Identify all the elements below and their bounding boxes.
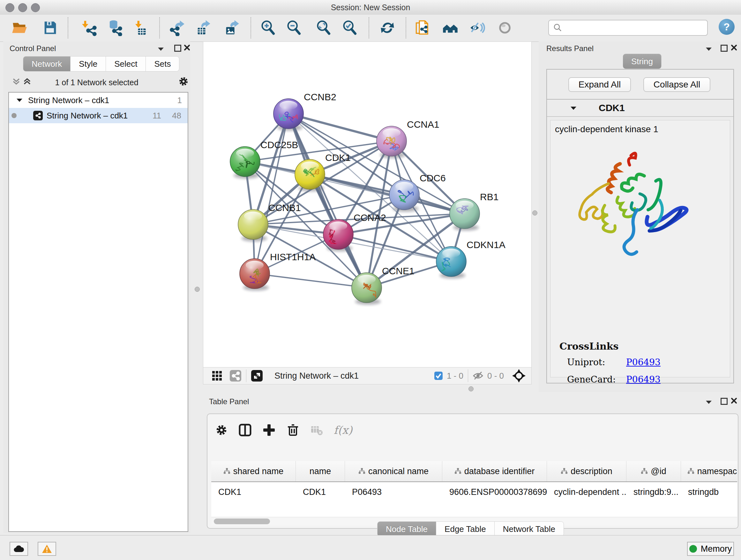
open-session-icon[interactable] bbox=[10, 19, 28, 37]
expand-all-button[interactable]: Expand All bbox=[568, 77, 631, 92]
column-header-database-identifier[interactable]: database identifier bbox=[442, 461, 547, 482]
tab-network[interactable]: Network bbox=[23, 56, 71, 71]
network-node-cdk1[interactable] bbox=[295, 159, 325, 189]
tab-sets[interactable]: Sets bbox=[146, 56, 179, 71]
column-header-canonical-name[interactable]: canonical name bbox=[345, 461, 442, 482]
panel-menu-icon[interactable] bbox=[705, 47, 712, 51]
table-cell[interactable]: CDK1 bbox=[296, 482, 345, 502]
close-panel-icon[interactable] bbox=[184, 44, 190, 51]
network-node-ccna2[interactable] bbox=[323, 219, 353, 249]
vertical-splitter-handle[interactable] bbox=[195, 287, 200, 292]
float-panel-icon[interactable] bbox=[721, 398, 728, 405]
results-panel: Results Panel String Expand All Collapse… bbox=[539, 42, 741, 396]
tab-network-table[interactable]: Network Table bbox=[495, 521, 564, 537]
copy-network-icon[interactable] bbox=[414, 19, 432, 37]
network-node-hist1h1a[interactable] bbox=[240, 259, 270, 289]
hide-unhide-icon[interactable] bbox=[468, 19, 486, 37]
entry-collapse-icon[interactable] bbox=[570, 106, 577, 110]
column-header-namespac[interactable]: namespac bbox=[681, 461, 737, 482]
table-cell[interactable]: P06493 bbox=[345, 482, 442, 502]
column-header-@id[interactable]: @id bbox=[626, 461, 681, 482]
network-node-rb1[interactable] bbox=[450, 199, 480, 229]
network-canvas[interactable]: CCNB2CCNA1CDC25BCDK1CDC6RB1CCNB1CCNA2CDK… bbox=[203, 42, 532, 368]
tab-string[interactable]: String bbox=[623, 54, 662, 69]
warning-button[interactable] bbox=[38, 542, 56, 556]
crosslink-value[interactable]: P06493 bbox=[626, 357, 661, 368]
eye-sphere-icon[interactable] bbox=[496, 19, 514, 37]
selected-checkbox-icon[interactable] bbox=[434, 371, 443, 380]
export-table-icon[interactable] bbox=[194, 19, 212, 37]
network-node-ccne1[interactable] bbox=[352, 273, 382, 303]
show-columns-icon[interactable] bbox=[236, 421, 254, 439]
network-node-cdc6[interactable] bbox=[389, 180, 419, 210]
table-cell[interactable]: stringdb bbox=[681, 482, 737, 502]
table-cell[interactable]: 9606.ENSP00000378699 bbox=[442, 482, 547, 502]
memory-button[interactable]: Memory bbox=[687, 542, 734, 556]
home-icon[interactable] bbox=[441, 19, 459, 37]
column-label: shared name bbox=[233, 466, 284, 476]
birdseye-navigator-icon[interactable] bbox=[512, 369, 526, 382]
network-node-ccnb1[interactable] bbox=[238, 209, 268, 240]
network-node-count: 11 bbox=[152, 111, 161, 121]
network-row[interactable]: String Network – cdk1 11 48 bbox=[9, 108, 188, 123]
column-label: @id bbox=[651, 466, 666, 476]
table-gear-icon[interactable] bbox=[212, 421, 230, 439]
entry-header[interactable]: CDK1 bbox=[547, 100, 733, 117]
tab-select[interactable]: Select bbox=[106, 56, 146, 71]
refresh-icon[interactable] bbox=[379, 19, 396, 37]
vertical-splitter-handle-right[interactable] bbox=[532, 210, 537, 215]
panel-menu-icon[interactable] bbox=[157, 47, 164, 51]
import-table-icon[interactable] bbox=[131, 19, 148, 37]
network-node-ccnb2[interactable] bbox=[273, 99, 304, 129]
tree-expand-icon[interactable] bbox=[17, 98, 22, 102]
panel-menu-icon[interactable] bbox=[705, 400, 712, 404]
hidden-count: 0 - 0 bbox=[487, 371, 504, 381]
tab-style[interactable]: Style bbox=[71, 56, 106, 71]
horizontal-splitter-handle[interactable] bbox=[468, 386, 474, 391]
network-edge[interactable] bbox=[255, 114, 288, 273]
crosslink-value[interactable]: P06493 bbox=[626, 374, 661, 385]
tab-edge-table[interactable]: Edge Table bbox=[436, 521, 495, 537]
column-header-description[interactable]: description bbox=[547, 461, 626, 482]
import-network-file-icon[interactable] bbox=[81, 19, 98, 37]
entry-description: cyclin-dependent kinase 1 bbox=[550, 120, 730, 134]
close-panel-icon[interactable] bbox=[731, 44, 737, 51]
network-collection-row[interactable]: String Network – cdk1 1 bbox=[9, 92, 188, 108]
hierarchy-icon bbox=[358, 468, 365, 475]
table-row[interactable]: CDK1CDK1P064939606.ENSP00000378699cyclin… bbox=[211, 482, 737, 502]
delete-column-icon[interactable] bbox=[284, 421, 302, 439]
zoom-out-icon[interactable] bbox=[285, 19, 303, 37]
table-cell[interactable]: stringdb:9... bbox=[626, 482, 681, 502]
float-panel-icon[interactable] bbox=[721, 45, 728, 52]
cloud-button[interactable] bbox=[10, 542, 28, 556]
results-buttons-box: Expand All Collapse All bbox=[546, 69, 734, 100]
zoom-fit-icon[interactable] bbox=[315, 19, 333, 37]
collapse-all-button[interactable]: Collapse All bbox=[643, 77, 711, 92]
string-view-icon[interactable] bbox=[229, 370, 242, 382]
table-cell[interactable]: CDK1 bbox=[211, 482, 296, 502]
save-session-icon[interactable] bbox=[41, 19, 59, 37]
export-image-icon[interactable] bbox=[223, 19, 241, 37]
scrollbar-thumb[interactable] bbox=[214, 518, 270, 524]
network-node-cdc25b[interactable] bbox=[230, 146, 260, 177]
open-in-window-icon[interactable] bbox=[251, 370, 263, 382]
gear-icon[interactable] bbox=[178, 76, 189, 87]
column-header-shared-name[interactable]: shared name bbox=[211, 461, 296, 482]
network-edge[interactable] bbox=[255, 273, 367, 288]
column-header-name[interactable]: name bbox=[296, 461, 345, 482]
import-network-database-icon[interactable] bbox=[106, 19, 124, 37]
export-network-icon[interactable] bbox=[168, 19, 186, 37]
grid-view-icon[interactable] bbox=[212, 370, 222, 381]
network-node-cdkn1a[interactable] bbox=[436, 246, 466, 276]
tab-node-table[interactable]: Node Table bbox=[377, 521, 436, 537]
zoom-selected-icon[interactable] bbox=[341, 19, 359, 37]
network-node-ccna1[interactable] bbox=[377, 126, 407, 156]
close-panel-icon[interactable] bbox=[731, 397, 737, 404]
table-cell[interactable]: cyclin-dependent ... bbox=[547, 482, 626, 502]
help-icon[interactable]: ? bbox=[719, 19, 735, 35]
create-column-icon[interactable] bbox=[260, 421, 278, 439]
float-panel-icon[interactable] bbox=[174, 45, 181, 52]
zoom-in-icon[interactable] bbox=[259, 19, 277, 37]
search-input[interactable] bbox=[565, 23, 707, 33]
node-label: CCNE1 bbox=[382, 266, 414, 276]
